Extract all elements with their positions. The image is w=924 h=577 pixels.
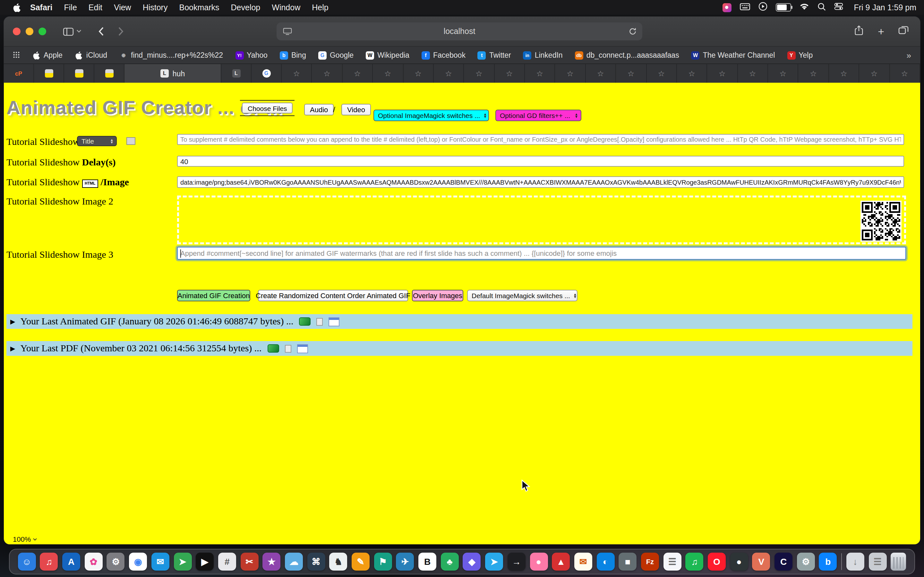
empty-favorite-tab[interactable]: ☆ xyxy=(586,64,616,83)
forward-button[interactable] xyxy=(118,27,124,36)
dock-mail-icon[interactable]: ✉ xyxy=(152,553,170,571)
gif-widget-icon[interactable] xyxy=(328,317,339,326)
browser-tab[interactable]: G xyxy=(252,64,282,83)
browser-tab[interactable] xyxy=(94,64,124,83)
dock-cut-app-icon[interactable]: ✂ xyxy=(240,553,258,571)
bookmark-item[interactable]: Apple xyxy=(32,51,63,59)
empty-favorite-tab[interactable]: ☆ xyxy=(829,64,859,83)
bookmark-item[interactable]: GGoogle xyxy=(318,51,354,59)
dock-music-icon[interactable]: ♫ xyxy=(40,553,58,571)
dock-star-app-icon[interactable]: ★ xyxy=(263,553,281,571)
empty-favorite-tab[interactable]: ☆ xyxy=(312,64,342,83)
menu-item-help[interactable]: Help xyxy=(306,3,334,12)
empty-favorite-tab[interactable]: ☆ xyxy=(282,64,312,83)
bookmark-item[interactable]: iCloud xyxy=(75,51,107,59)
imagemagick-switches-select[interactable]: Optional ImageMagick switches ... ▲▼ xyxy=(373,110,489,121)
dock-notes-icon[interactable]: ✎ xyxy=(352,553,370,571)
empty-favorite-tab[interactable]: ☆ xyxy=(708,64,738,83)
bookmark-item[interactable]: dbdb_connect.p...aaasaaafaas xyxy=(575,51,679,59)
disclosure-triangle-icon[interactable]: ▶ xyxy=(10,318,15,325)
dock-clover-app-icon[interactable]: ♣ xyxy=(441,553,459,571)
dock-night-app-icon[interactable]: C xyxy=(774,553,792,571)
last-pdf-bar[interactable]: ▶ Your Last PDF (November 03 2021 06:14:… xyxy=(6,341,913,356)
bookmark-item[interactable]: fFacebook xyxy=(422,51,465,59)
last-gif-bar[interactable]: ▶ Your Last Animated GIF (January 08 202… xyxy=(6,314,913,329)
zoom-window-button[interactable] xyxy=(39,27,46,35)
pdf-preview-icon[interactable] xyxy=(267,344,279,353)
bookmark-item[interactable]: bBing xyxy=(280,51,306,59)
dock-alert-app-icon[interactable]: ▲ xyxy=(552,553,570,571)
bookmark-item[interactable]: WWikipedia xyxy=(366,51,409,59)
dock-eclipse-icon[interactable]: ● xyxy=(730,553,748,571)
menu-item-history[interactable]: History xyxy=(137,3,174,12)
dock-terminal-icon[interactable]: → xyxy=(507,553,525,571)
bookmark-item[interactable]: WThe Weather Channel xyxy=(691,51,775,59)
empty-favorite-tab[interactable]: ☆ xyxy=(890,64,920,83)
empty-favorite-tab[interactable]: ☆ xyxy=(464,64,495,83)
browser-tab[interactable]: L xyxy=(221,64,252,83)
image-data-input[interactable] xyxy=(177,176,904,188)
dock-spotify-icon[interactable]: ♫ xyxy=(686,553,704,571)
dock-launchpad-icon[interactable]: # xyxy=(218,553,236,571)
empty-favorite-tab[interactable]: ☆ xyxy=(646,64,677,83)
dock-weather-icon[interactable]: ☁ xyxy=(285,553,303,571)
menu-item-safari[interactable]: Safari xyxy=(24,3,58,12)
empty-favorite-tab[interactable]: ☆ xyxy=(859,64,890,83)
dock-telegram-icon[interactable]: ➤ xyxy=(485,553,503,571)
play-icon[interactable] xyxy=(758,2,767,13)
menu-extra-icon[interactable] xyxy=(722,3,731,12)
dock-photos-icon[interactable]: ✿ xyxy=(85,553,103,571)
dock-half-app-icon[interactable]: ◐ xyxy=(596,553,614,571)
keyboard-icon[interactable] xyxy=(740,3,750,12)
dock-filezilla-icon[interactable]: Fz xyxy=(641,553,659,571)
battery-icon[interactable] xyxy=(775,3,791,11)
dock-chrome-icon[interactable]: ◉ xyxy=(129,553,147,571)
image3-input[interactable] xyxy=(177,247,906,259)
trash-icon[interactable] xyxy=(891,553,906,571)
dock-gear-app-icon[interactable]: ⚙ xyxy=(797,553,815,571)
dock-tv-icon[interactable]: ▶ xyxy=(196,553,214,571)
share-icon[interactable] xyxy=(854,25,864,38)
empty-favorite-tab[interactable]: ☆ xyxy=(677,64,708,83)
menu-item-window[interactable]: Window xyxy=(266,3,306,12)
choose-files-button[interactable]: Choose Files xyxy=(242,103,293,113)
empty-favorite-tab[interactable]: ☆ xyxy=(434,64,464,83)
overlay-images-button[interactable]: Overlay Images xyxy=(412,290,463,301)
empty-favorite-tab[interactable]: ☆ xyxy=(342,64,373,83)
pdf-document-icon[interactable] xyxy=(284,345,291,352)
dock-app-store-icon[interactable]: A xyxy=(62,553,80,571)
zoom-indicator[interactable]: 100% xyxy=(13,535,37,543)
empty-favorite-tab[interactable]: ☆ xyxy=(738,64,768,83)
dock-downloads-folder-icon[interactable]: ↓ xyxy=(846,553,864,571)
dock-dot-app-icon[interactable]: ● xyxy=(530,553,548,571)
dock-command-app-icon[interactable]: ⌘ xyxy=(307,553,325,571)
empty-favorite-tab[interactable]: ☆ xyxy=(768,64,798,83)
dock-opera-icon[interactable]: O xyxy=(708,553,726,571)
new-tab-icon[interactable]: + xyxy=(878,26,884,37)
title-checkbox[interactable] xyxy=(126,137,136,145)
title-select[interactable]: Title ▲▼ xyxy=(77,136,117,146)
close-window-button[interactable] xyxy=(13,27,21,35)
title-config-input[interactable] xyxy=(177,134,904,145)
dock-docs-icon[interactable]: ☰ xyxy=(663,553,681,571)
gif-preview-icon[interactable] xyxy=(299,318,310,326)
default-imagemagick-select[interactable]: Default ImageMagick switches ... ▲▼ xyxy=(467,290,577,301)
randomized-gif-button[interactable]: Create Randomized Content Order Animated… xyxy=(258,290,408,301)
dock-bold-app-icon[interactable]: B xyxy=(418,553,436,571)
empty-favorite-tab[interactable]: ☆ xyxy=(373,64,403,83)
menu-item-bookmarks[interactable]: Bookmarks xyxy=(173,3,225,12)
tab-overview-icon[interactable] xyxy=(898,26,909,37)
minimize-window-button[interactable] xyxy=(26,27,33,35)
reload-icon[interactable] xyxy=(629,27,636,37)
empty-favorite-tab[interactable]: ☆ xyxy=(403,64,434,83)
pdf-widget-icon[interactable] xyxy=(297,344,308,353)
sidebar-toggle-button[interactable] xyxy=(63,27,81,35)
browser-tab[interactable] xyxy=(34,64,64,83)
dock-maps-icon[interactable]: ➤ xyxy=(174,553,192,571)
dock-flag-app-icon[interactable]: ⚑ xyxy=(374,553,392,571)
dock-system-settings-icon[interactable]: ⚙ xyxy=(107,553,125,571)
dock-square-app-icon[interactable]: ■ xyxy=(619,553,637,571)
empty-favorite-tab[interactable]: ☆ xyxy=(525,64,556,83)
audio-button[interactable]: Audio xyxy=(304,104,334,115)
bookmarks-grid-icon[interactable] xyxy=(13,51,20,59)
